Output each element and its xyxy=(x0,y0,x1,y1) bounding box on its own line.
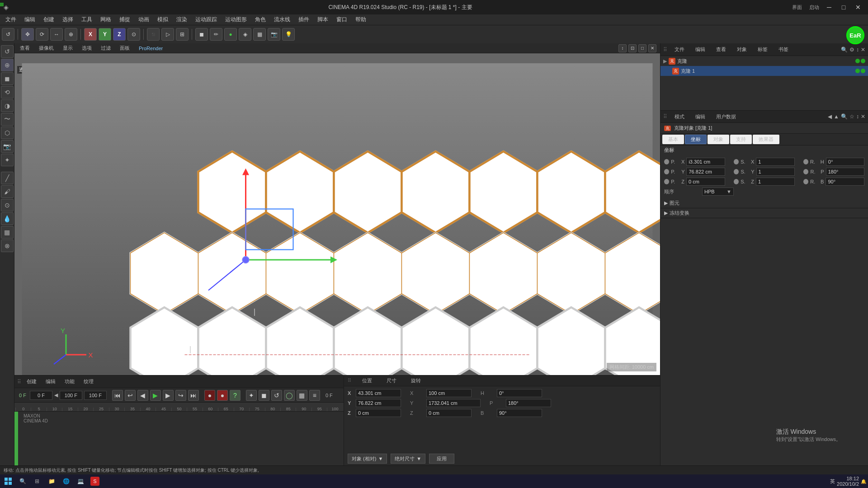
pos-z-field[interactable] xyxy=(356,409,401,417)
render-to-viewer[interactable]: ◾ xyxy=(147,28,160,41)
props-edit-tab[interactable]: 编辑 xyxy=(692,113,709,121)
radio-py[interactable] xyxy=(664,169,669,174)
object-mode-dropdown[interactable]: 对象 (相对) ▼ xyxy=(348,454,387,464)
pos-y-input[interactable] xyxy=(358,400,394,406)
goto-end-btn[interactable]: ⏭ xyxy=(188,390,199,401)
rp-input[interactable] xyxy=(828,169,860,174)
pos-z-input[interactable] xyxy=(358,410,394,416)
menu-help[interactable]: 帮助 xyxy=(352,15,370,24)
size-z-field[interactable] xyxy=(426,409,472,417)
key-add-btn[interactable]: ✦ xyxy=(246,390,257,401)
camera-btn[interactable]: 📷 xyxy=(268,28,280,41)
menu-mograph[interactable]: 运动图形 xyxy=(222,15,250,24)
record-auto-btn[interactable]: ● xyxy=(217,390,228,401)
x-axis-btn[interactable]: X xyxy=(84,28,97,41)
render-settings[interactable]: ⊞ xyxy=(176,28,189,41)
task-view[interactable]: ⊞ xyxy=(31,475,43,488)
menu-animate[interactable]: 动画 xyxy=(135,15,153,24)
motion-path-btn[interactable]: ◯ xyxy=(284,390,295,401)
file-explorer[interactable]: 📁 xyxy=(45,475,58,488)
anim-edit-tab[interactable]: 编辑 xyxy=(42,377,59,386)
anim-func-tab[interactable]: 功能 xyxy=(61,377,78,386)
vis-green-4[interactable] xyxy=(861,69,865,73)
tab-object[interactable]: 对象 xyxy=(708,135,729,144)
obj-clone-1[interactable]: 克 克隆 1 xyxy=(660,66,868,76)
vis-green-3[interactable] xyxy=(855,69,860,73)
obj-view-tab[interactable]: 查看 xyxy=(712,45,730,54)
vp-icon-close[interactable]: ✕ xyxy=(648,44,656,52)
play-btn[interactable]: ▶ xyxy=(150,390,161,401)
rh-field[interactable] xyxy=(826,158,864,166)
vp-icon-resize[interactable]: ↕ xyxy=(618,44,627,52)
order-chevron[interactable]: ▼ xyxy=(726,189,731,194)
menu-script[interactable]: 脚本 xyxy=(314,15,332,24)
key-del-btn[interactable]: ◼ xyxy=(259,390,269,401)
props-userdata-tab[interactable]: 用户数据 xyxy=(712,113,740,121)
next-frame-btn[interactable]: ▶ xyxy=(163,390,174,401)
lt-paint[interactable]: 🖌 xyxy=(1,185,14,198)
lt-move[interactable]: ⊕ xyxy=(1,59,14,71)
size-y-input[interactable] xyxy=(429,400,474,406)
edge-browser[interactable]: 🌐 xyxy=(60,475,72,488)
rot-tab[interactable]: 旋转 xyxy=(407,376,425,385)
lt-env[interactable]: ⬡ xyxy=(1,127,14,139)
apply-button[interactable]: 应用 xyxy=(429,454,454,464)
rot-h-field[interactable] xyxy=(497,389,542,397)
menu-character[interactable]: 角色 xyxy=(251,15,269,24)
py-input[interactable] xyxy=(689,169,720,174)
prev-key-btn[interactable]: ↩ xyxy=(125,390,136,401)
rh-input[interactable] xyxy=(828,159,860,164)
notification-icon[interactable]: 🔔 xyxy=(861,479,866,484)
app2[interactable]: S xyxy=(89,475,101,488)
vh-options[interactable]: 选项 xyxy=(80,45,94,52)
size-x-input[interactable] xyxy=(429,390,465,396)
props-close-icon[interactable]: ✕ xyxy=(861,113,865,120)
radio-rh[interactable] xyxy=(803,159,808,164)
vis-green-2[interactable] xyxy=(861,59,865,63)
sx-input[interactable] xyxy=(758,159,790,164)
section-primitive[interactable]: ▶ 图元 xyxy=(660,198,868,208)
menu-simulate[interactable]: 模拟 xyxy=(154,15,172,24)
lt-cube[interactable]: ◼ xyxy=(1,72,14,85)
lt-arrow[interactable]: ↺ xyxy=(1,45,14,58)
menu-snap[interactable]: 捕捉 xyxy=(116,15,134,24)
record-help-btn[interactable]: ? xyxy=(230,390,241,401)
pos-tab[interactable]: 位置 xyxy=(359,376,376,385)
next-key-btn[interactable]: ↪ xyxy=(175,390,186,401)
menu-render[interactable]: 渲染 xyxy=(173,15,191,24)
vh-view[interactable]: 查看 xyxy=(18,45,32,52)
menu-tools[interactable]: 工具 xyxy=(78,15,96,24)
lt-terrain[interactable]: ▦ xyxy=(1,226,14,239)
app1[interactable]: 💻 xyxy=(74,475,87,488)
fps-input[interactable] xyxy=(84,391,107,400)
rot-h-input[interactable] xyxy=(499,390,535,396)
light-btn[interactable]: 💡 xyxy=(282,28,295,41)
lt-deform[interactable]: 〜 xyxy=(1,113,14,126)
vh-camera[interactable]: 摄像机 xyxy=(37,45,56,52)
z-axis-btn[interactable]: Z xyxy=(113,28,126,41)
props-nav-up[interactable]: ▲ xyxy=(834,113,839,120)
lt-extra[interactable]: ⊗ xyxy=(1,239,14,252)
px-field[interactable] xyxy=(686,158,725,166)
obj-tags-tab[interactable]: 标签 xyxy=(754,45,771,54)
prev-frame-btn[interactable]: ◀ xyxy=(137,390,148,401)
order-field[interactable]: HPB ▼ xyxy=(702,188,734,196)
transform-tool[interactable]: ⊕ xyxy=(65,28,77,41)
scale-tool[interactable]: ↔ xyxy=(50,28,63,41)
size-tab[interactable]: 尺寸 xyxy=(383,376,400,385)
obj-file-tab[interactable]: 文件 xyxy=(671,45,688,54)
pz-input[interactable] xyxy=(689,179,720,184)
radio-sy[interactable] xyxy=(734,169,739,174)
menu-motion-track[interactable]: 运动跟踪 xyxy=(192,15,221,24)
sy-field[interactable] xyxy=(756,168,795,176)
anim-texture-tab[interactable]: 纹理 xyxy=(80,377,97,386)
size-y-field[interactable] xyxy=(426,399,481,407)
obj-edit-tab[interactable]: 编辑 xyxy=(692,45,709,54)
section-freeze[interactable]: ▶ 冻结变换 xyxy=(660,208,868,218)
rot-b-input[interactable] xyxy=(499,410,535,416)
undo-button[interactable]: ↺ xyxy=(2,28,14,41)
rot-p-field[interactable] xyxy=(506,399,551,407)
vis-green-1[interactable] xyxy=(855,59,860,63)
menu-window[interactable]: 窗口 xyxy=(333,15,351,24)
tab-coords[interactable]: 坐标 xyxy=(685,135,707,144)
